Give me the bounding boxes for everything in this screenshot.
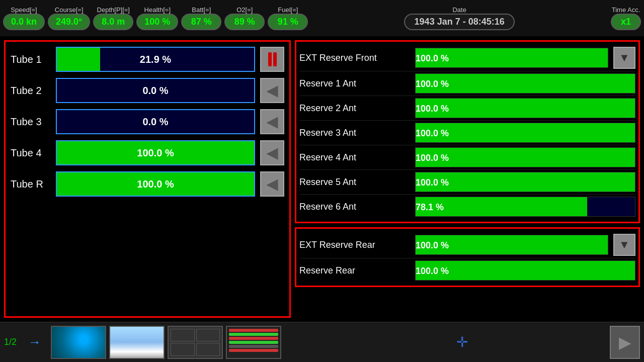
arrow-left-button[interactable]: ◀: [260, 78, 284, 103]
reserve-bar-container: 100.0 %: [415, 172, 635, 192]
depth-label: Depth[P][=]: [97, 6, 130, 14]
reserve-row: EXT Reserve Rear100.0 %▼: [299, 232, 635, 258]
speed-value: 0.0 kn: [3, 14, 45, 30]
health-stat: Health[=] 100 %: [136, 6, 178, 30]
tube-row: Tube 20.0 %◀: [11, 78, 284, 103]
reserve-row: Reserve 3 Ant100.0 %: [299, 121, 635, 145]
reserve-bar-text: 100.0 %: [416, 240, 449, 250]
dropdown-button[interactable]: ▼: [613, 47, 635, 69]
speed-stat: Speed[=] 0.0 kn: [3, 6, 45, 30]
course-value: 249.0°: [48, 14, 90, 30]
nav-forward-arrow[interactable]: →: [22, 329, 48, 355]
reserve-bar-text: 78.1 %: [416, 202, 444, 212]
tube-bar-text: 21.9 %: [57, 54, 254, 65]
page-indicator: 1/2: [4, 337, 17, 347]
tube-label: Tube 2: [11, 85, 51, 97]
nav-tab-map[interactable]: [51, 326, 106, 359]
panel-thumbnail: [227, 327, 280, 358]
panel-line: [229, 345, 278, 348]
nav-tab-sky[interactable]: [109, 326, 165, 359]
rear-reserves-panel: EXT Reserve Rear100.0 %▼Reserve Rear100.…: [295, 227, 640, 287]
fuel-stat: Fuel[=] 91 %: [268, 6, 308, 30]
reserve-bar-text: 100.0 %: [416, 153, 449, 163]
main-content: Tube 121.9 %Tube 20.0 %◀Tube 30.0 %◀Tube…: [0, 36, 644, 322]
reserve-bar-container: 100.0 %: [415, 48, 608, 68]
front-reserves-panel: EXT Reserve Front100.0 %▼Reserve 1 Ant10…: [295, 40, 640, 223]
tube-row: Tube 121.9 %: [11, 47, 284, 72]
date-value: 1943 Jan 7 - 08:45:16: [404, 14, 515, 30]
reserve-row: EXT Reserve Front100.0 %▼: [299, 45, 635, 71]
tube-label: Tube 4: [11, 147, 51, 159]
reserve-bar-text: 100.0 %: [416, 79, 449, 89]
course-label: Course[=]: [55, 6, 84, 14]
tube-label: Tube 1: [11, 54, 51, 65]
crosshair-icon: ✛: [456, 334, 468, 350]
o2-value: 89 %: [224, 14, 265, 30]
reserve-row: Reserve 1 Ant100.0 %: [299, 71, 635, 96]
hud-cell: [171, 329, 195, 342]
reserve-bar-container: 100.0 %: [415, 147, 635, 167]
reserve-bar-text: 100.0 %: [416, 128, 449, 138]
reserve-label: Reserve 5 Ant: [299, 177, 410, 188]
timeacc-value: x1: [611, 14, 641, 30]
next-arrow-icon: ▶: [619, 333, 631, 352]
tube-row: Tube R100.0 %◀: [11, 171, 284, 197]
nav-tab-hud[interactable]: [168, 326, 223, 359]
reserve-row: Reserve 4 Ant100.0 %: [299, 145, 635, 170]
depth-value: 8.0 m: [93, 14, 133, 30]
panel-line: [229, 329, 278, 332]
depth-stat: Depth[P][=] 8.0 m: [93, 6, 133, 30]
panel-line: [229, 333, 278, 336]
fuel-label: Fuel[=]: [278, 6, 298, 14]
tube-row: Tube 4100.0 %◀: [11, 140, 284, 165]
reserve-row: Reserve 6 Ant78.1 %: [299, 195, 635, 219]
tubes-panel: Tube 121.9 %Tube 20.0 %◀Tube 30.0 %◀Tube…: [4, 40, 291, 318]
course-stat: Course[=] 249.0°: [48, 6, 90, 30]
o2-stat: O2[=] 89 %: [224, 6, 265, 30]
fuel-value: 91 %: [268, 14, 308, 30]
panel-line: [229, 349, 278, 352]
reserve-bar-container: 100.0 %: [415, 123, 635, 143]
arrow-right-icon: →: [28, 334, 41, 350]
reserve-label: Reserve 4 Ant: [299, 152, 410, 163]
reserve-label: Reserve 3 Ant: [299, 128, 410, 138]
reserve-row: Reserve Rear100.0 %: [299, 258, 635, 283]
tube-bar-container: 100.0 %: [56, 171, 255, 197]
tube-label: Tube R: [11, 178, 51, 190]
batt-value: 87 %: [181, 14, 221, 30]
tube-bar-container: 0.0 %: [56, 109, 255, 134]
pause-button[interactable]: [260, 47, 284, 72]
speed-label: Speed[=]: [11, 6, 37, 14]
batt-stat: Batt[=] 87 %: [181, 6, 221, 30]
nav-tab-panel[interactable]: [226, 326, 281, 359]
tube-row: Tube 30.0 %◀: [11, 109, 284, 134]
arrow-left-button[interactable]: ◀: [260, 171, 284, 197]
panel-line: [229, 341, 278, 344]
hud-cell: [196, 343, 220, 356]
panel-line: [229, 337, 278, 340]
reserve-row: Reserve 5 Ant100.0 %: [299, 170, 635, 195]
reserve-label: Reserve Rear: [299, 265, 410, 276]
arrow-left-button[interactable]: ◀: [260, 140, 284, 165]
next-button[interactable]: ▶: [610, 326, 640, 359]
reserve-bar-text: 100.0 %: [416, 53, 449, 63]
tube-bar-text: 0.0 %: [57, 116, 254, 128]
reserve-label: Reserve 1 Ant: [299, 78, 410, 89]
timeacc-stat: Time Acc. x1: [611, 6, 641, 30]
reserve-label: EXT Reserve Front: [299, 53, 410, 63]
hud-cell: [171, 343, 195, 356]
reserve-bar-text: 100.0 %: [416, 177, 449, 188]
hud-thumbnail: [169, 327, 222, 358]
right-panels: EXT Reserve Front100.0 %▼Reserve 1 Ant10…: [295, 40, 640, 318]
dropdown-button[interactable]: ▼: [613, 234, 635, 256]
reserve-label: EXT Reserve Rear: [299, 240, 410, 250]
map-thumbnail: [52, 327, 105, 358]
date-label: Date: [452, 6, 466, 14]
bottom-bar: 1/2 → ✛ ▶: [0, 322, 644, 362]
reserve-bar-container: 100.0 %: [415, 260, 635, 281]
arrow-left-button[interactable]: ◀: [260, 109, 284, 134]
hud-cell: [196, 329, 220, 342]
tube-bar-container: 100.0 %: [56, 140, 255, 165]
reserve-row: Reserve 2 Ant100.0 %: [299, 96, 635, 121]
tube-label: Tube 3: [11, 116, 51, 128]
